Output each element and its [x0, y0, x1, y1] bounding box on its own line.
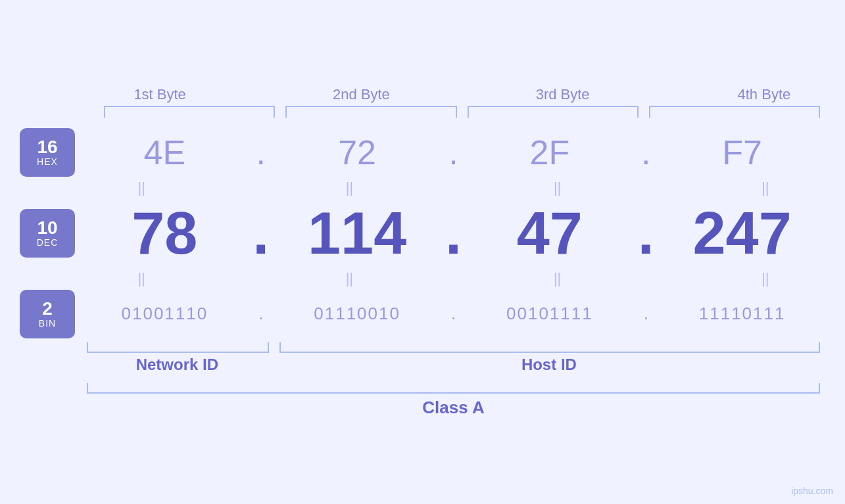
host-bracket — [279, 342, 820, 353]
hex-val-2: 72 — [274, 133, 441, 172]
byte-labels-row: 1st Byte 2nd Byte 3rd Byte 4th Byte — [59, 86, 845, 106]
top-bracket-1 — [104, 106, 275, 118]
byte-label-3: 3rd Byte — [462, 86, 664, 106]
bin-row: 2 BIN 01001110 . 01110010 . 00101111 . 1… — [20, 290, 825, 338]
hex-dot-1: . — [248, 133, 274, 172]
class-bracket-area: Class A — [82, 383, 825, 418]
top-bracket-2 — [285, 106, 456, 118]
bin-val-3: 00101111 — [467, 304, 633, 324]
bin-val-4: 11110111 — [659, 304, 825, 324]
bin-dot-2: . — [441, 304, 467, 324]
hex-val-4: F7 — [659, 133, 825, 172]
dec-badge-number: 10 — [37, 219, 57, 237]
eq1-2: || — [258, 177, 440, 199]
hex-badge: 16 HEX — [20, 128, 75, 177]
eq2-spacer1 — [232, 267, 258, 290]
network-bracket — [87, 342, 269, 353]
hex-dot-3: . — [633, 133, 659, 172]
bin-badge-number: 2 — [42, 300, 53, 318]
bin-val-2: 01110010 — [274, 304, 441, 324]
eq1-4: || — [675, 177, 845, 199]
top-bracket-3 — [468, 106, 639, 118]
network-host-labels: Network ID Host ID — [82, 355, 825, 374]
dec-dot-2: . — [441, 200, 467, 267]
top-bracket-4 — [649, 106, 820, 118]
eq2-3: || — [467, 267, 648, 290]
bin-badge-label: BIN — [39, 318, 56, 329]
hex-badge-label: HEX — [37, 156, 58, 167]
dec-val-1: 78 — [82, 200, 248, 267]
hex-badge-number: 16 — [37, 138, 57, 156]
dec-badge-label: DEC — [37, 237, 59, 248]
host-id-label: Host ID — [278, 355, 820, 374]
dec-badge: 10 DEC — [20, 209, 75, 258]
dec-dot-1: . — [248, 200, 274, 267]
bottom-brackets — [82, 342, 825, 353]
dec-dot-3: . — [633, 200, 659, 267]
equals-row-2: || || || || — [51, 267, 845, 290]
eq2-spacer2 — [441, 267, 467, 290]
hex-values-area: 4E . 72 . 2F . F7 — [82, 133, 825, 172]
class-bracket — [87, 383, 820, 394]
eq1-3: || — [467, 177, 648, 199]
eq2-4: || — [675, 267, 845, 290]
dec-values-area: 78 . 114 . 47 . 247 — [82, 200, 825, 267]
eq1-1: || — [51, 177, 232, 199]
class-label: Class A — [82, 398, 825, 418]
eq1-spacer2 — [441, 177, 467, 199]
eq1-spacer3 — [648, 177, 675, 199]
hex-val-3: 2F — [467, 133, 633, 172]
hex-val-1: 4E — [82, 133, 248, 172]
byte-label-2: 2nd Byte — [260, 86, 462, 106]
byte-label-1: 1st Byte — [59, 86, 260, 106]
bin-badge: 2 BIN — [20, 290, 75, 338]
main-container: 1st Byte 2nd Byte 3rd Byte 4th Byte 16 H… — [0, 0, 845, 504]
network-id-label: Network ID — [87, 355, 268, 374]
eq2-2: || — [258, 267, 440, 290]
eq2-1: || — [51, 267, 232, 290]
dec-row: 10 DEC 78 . 114 . 47 . 247 — [20, 200, 825, 267]
byte-label-4: 4th Byte — [664, 86, 845, 106]
hex-row: 16 HEX 4E . 72 . 2F . F7 — [20, 128, 825, 177]
watermark: ipshu.com — [791, 486, 833, 496]
dec-val-2: 114 — [274, 200, 441, 267]
hex-dot-2: . — [441, 133, 467, 172]
bin-dot-1: . — [248, 304, 274, 324]
eq2-spacer3 — [648, 267, 675, 290]
top-brackets — [99, 106, 825, 118]
dec-val-4: 247 — [659, 200, 825, 267]
bin-val-1: 01001110 — [82, 304, 248, 324]
equals-row-1: || || || || — [51, 177, 845, 199]
bin-values-area: 01001110 . 01110010 . 00101111 . 1111011… — [82, 304, 825, 324]
eq1-spacer1 — [232, 177, 258, 199]
dec-val-3: 47 — [467, 200, 633, 267]
bin-dot-3: . — [633, 304, 659, 324]
